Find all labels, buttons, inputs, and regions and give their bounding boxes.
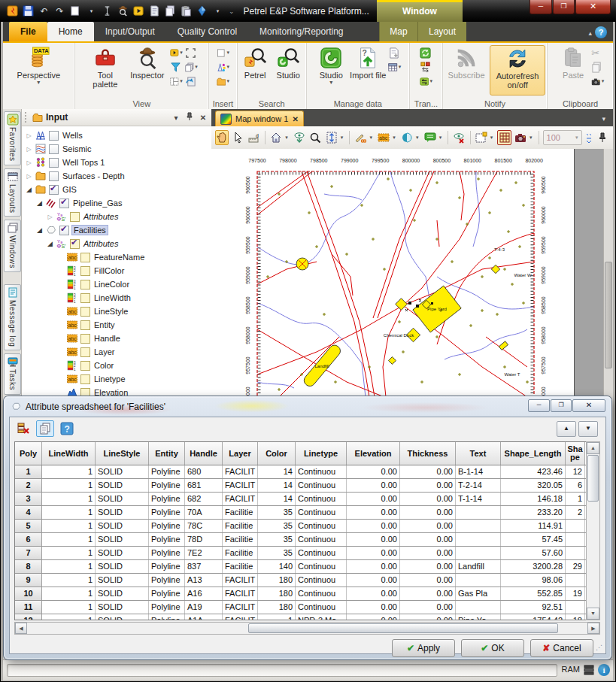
table-cell[interactable]: 78D <box>185 533 223 546</box>
expander-icon[interactable]: ◢ <box>25 186 33 193</box>
table-cell[interactable]: 0.00 <box>400 547 456 559</box>
table-cell[interactable]: 0.00 <box>400 506 456 519</box>
table-row[interactable]: 11SOLIDPolyline680FACILIT14Continuou0.00… <box>15 465 587 479</box>
row-number-cell[interactable]: 3 <box>15 493 42 505</box>
process-list-icon[interactable] <box>148 5 161 17</box>
collapse-ribbon-icon[interactable]: ▴ <box>588 29 592 37</box>
table-cell[interactable]: 0.00 <box>347 533 400 546</box>
tree-item-well-tops-1[interactable]: ▷Well Tops 1 <box>22 156 211 169</box>
fullscreen-icon[interactable] <box>185 47 198 59</box>
annotate-tool-icon[interactable] <box>354 130 367 145</box>
table-row[interactable]: 21SOLIDPolyline681FACILIT14Continuou0.00… <box>15 479 587 493</box>
pin-toolbar-icon[interactable] <box>596 130 609 145</box>
dropdown-icon[interactable]: ▾ <box>85 5 98 17</box>
table-cell[interactable]: Polyline <box>149 601 185 614</box>
table-cell[interactable]: 35 <box>258 533 296 546</box>
table-cell[interactable]: 1 <box>42 533 96 546</box>
tree-item-wells[interactable]: ▷Wells <box>22 129 211 142</box>
table-cell[interactable]: 57.60 <box>501 547 566 559</box>
tree-checkbox[interactable] <box>49 171 59 181</box>
column-header-entity[interactable]: Entity <box>149 442 185 465</box>
scroll-right-icon[interactable]: ▶ <box>587 623 599 634</box>
sidebar-tab-favorites[interactable]: Favorites <box>4 111 21 165</box>
table-cell[interactable]: NPR-3 Ma <box>296 614 347 620</box>
autorefresh-button[interactable]: Autorefresh on/off <box>490 45 545 95</box>
tab-input-output[interactable]: Input/Output <box>94 22 166 41</box>
info-icon[interactable]: i <box>598 664 610 676</box>
subscribe-button[interactable]: Subscribe <box>445 45 488 95</box>
tree-checkbox[interactable] <box>59 226 69 235</box>
close-button[interactable]: ✕ <box>575 0 611 14</box>
table-cell[interactable]: SOLID <box>96 574 149 587</box>
table-cell[interactable]: 70A <box>185 506 223 519</box>
tree-checkbox[interactable] <box>80 266 90 276</box>
resize-grip[interactable]: ⋰ <box>596 644 603 651</box>
tree-item-layer[interactable]: abcLayer <box>22 345 211 359</box>
table-row[interactable]: 121SOLIDPolylineA1AFACILIT1NPR-3 Ma0.000… <box>15 614 587 620</box>
table-cell[interactable]: 140 <box>258 560 296 573</box>
table-cell[interactable]: A19 <box>185 601 223 614</box>
column-header-shape[interactable]: Shape <box>566 442 585 465</box>
column-header-handle[interactable]: Handle <box>185 442 223 465</box>
window-contextual-tab[interactable]: Window <box>377 0 463 22</box>
table-cell[interactable]: 1 <box>42 479 96 492</box>
camera-icon[interactable]: ▾ <box>591 75 604 87</box>
help-icon[interactable]: ? <box>58 420 76 437</box>
tree-checkbox[interactable] <box>49 131 59 141</box>
table-cell[interactable]: Polyline <box>149 533 185 546</box>
tab-quality-control[interactable]: Quality Control <box>166 22 248 41</box>
table-cell[interactable] <box>566 533 585 546</box>
table-cell[interactable]: 0.00 <box>400 533 456 546</box>
table-cell[interactable]: Continuou <box>296 493 347 505</box>
table-cell[interactable]: FACILIT <box>223 587 258 600</box>
column-header-layer[interactable]: Layer <box>223 442 258 465</box>
studio-search-button[interactable]: Studio <box>272 45 304 95</box>
perspective-button[interactable]: DATA Perspective ▾ <box>11 45 66 95</box>
tree-item-linetype[interactable]: abcLinetype <box>22 372 211 386</box>
table-cell[interactable]: 0.00 <box>347 560 400 573</box>
table-cell[interactable]: 14 <box>258 493 296 505</box>
table-cell[interactable]: 0.00 <box>347 601 400 614</box>
column-header-linewidth[interactable]: LineWidth <box>42 442 96 465</box>
panel-grip[interactable] <box>25 112 29 123</box>
table-cell[interactable]: SOLID <box>96 465 149 478</box>
text-label-icon[interactable]: abc <box>377 130 390 145</box>
table-cell[interactable]: 7E2 <box>185 547 223 559</box>
dropdown-icon[interactable]: ▾ <box>211 5 224 17</box>
table-cell[interactable]: 1 <box>258 614 296 620</box>
row-number-cell[interactable]: 7 <box>15 547 42 559</box>
tree-checkbox[interactable] <box>49 144 59 154</box>
table-cell[interactable]: 0.00 <box>347 574 400 587</box>
table-cell[interactable]: 35 <box>258 506 296 519</box>
copy-icon[interactable] <box>164 5 177 17</box>
table-cell[interactable]: Polyline <box>149 587 185 600</box>
tree-checkbox[interactable] <box>80 253 90 262</box>
pin-icon[interactable] <box>184 112 195 123</box>
column-header-thickness[interactable]: Thickness <box>400 442 456 465</box>
table-cell[interactable] <box>456 520 501 532</box>
scroll-to-top-button[interactable]: ▲ <box>557 421 576 437</box>
petrel-search-button[interactable]: Petrel <box>239 45 271 95</box>
table-cell[interactable]: Continuou <box>296 479 347 492</box>
tree-checkbox[interactable] <box>70 212 80 222</box>
ram-icon[interactable] <box>583 664 595 676</box>
table-cell[interactable]: 0.00 <box>347 493 400 505</box>
scrollbar-thumb[interactable] <box>248 623 558 633</box>
row-number-cell[interactable]: 9 <box>15 574 42 587</box>
table-cell[interactable]: 14 <box>258 479 296 492</box>
table-cell[interactable]: Polyline <box>149 574 185 587</box>
table-cell[interactable]: Polyline <box>149 614 185 620</box>
expander-icon[interactable]: ▷ <box>25 146 33 153</box>
sync-icon[interactable] <box>420 47 432 59</box>
petrel-logo-icon[interactable] <box>6 5 19 17</box>
table-cell[interactable]: 1 <box>566 493 585 505</box>
play-icon[interactable] <box>132 5 145 17</box>
table-cell[interactable]: 0.00 <box>400 479 456 492</box>
column-header-shape_length[interactable]: Shape_Length <box>501 442 566 465</box>
table-cell[interactable]: Polyline <box>149 547 185 559</box>
table-cell[interactable]: A16 <box>185 587 223 600</box>
table-cell[interactable]: Continuou <box>296 520 347 532</box>
tree-checkbox[interactable] <box>80 374 90 384</box>
table-cell[interactable] <box>566 547 585 559</box>
table-cell[interactable]: SOLID <box>96 547 149 559</box>
